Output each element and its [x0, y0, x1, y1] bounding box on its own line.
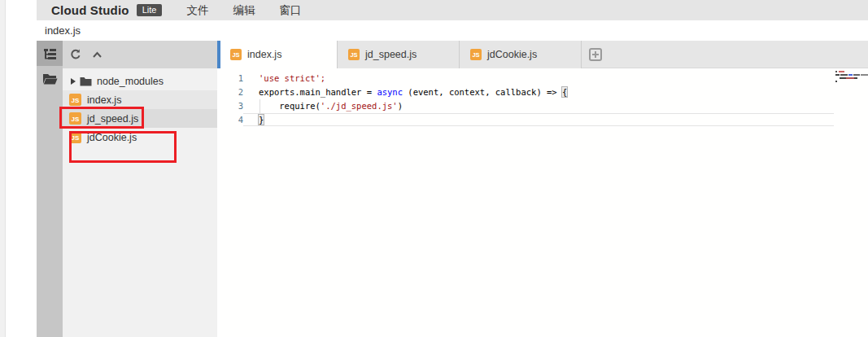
tree-item-label: index.js — [87, 94, 121, 106]
breadcrumb: index.js — [37, 20, 868, 41]
code-token: (event, context, callback) => — [403, 87, 562, 97]
code-token: async — [377, 87, 403, 97]
minimap[interactable] — [835, 68, 868, 337]
line-number: 3 — [220, 99, 243, 113]
code-line-2: 2 exports.main_handler = async (event, c… — [220, 85, 868, 99]
collapse-all-icon[interactable] — [92, 50, 103, 59]
file-explorer: node_modules JS index.js JS jd_speed.js … — [63, 41, 217, 337]
menubar: Cloud Studio Lite 文件 编辑 窗口 — [37, 0, 868, 20]
menu-window[interactable]: 窗口 — [279, 3, 301, 18]
panel-divider-highlight[interactable] — [217, 41, 220, 68]
explorer-view-button[interactable] — [37, 41, 63, 66]
code-editor[interactable]: 1 'use strict'; 2 exports.main_handler =… — [220, 68, 868, 337]
tab-bar: JS index.js JS jd_speed.js JS jdCookie.j… — [220, 41, 868, 68]
app-logo: Cloud Studio — [51, 3, 129, 17]
tab-jd-speed-js[interactable]: JS jd_speed.js — [338, 41, 460, 68]
js-file-icon: JS — [69, 94, 81, 106]
minimap-line — [835, 81, 868, 82]
editor-group: JS index.js JS jd_speed.js JS jdCookie.j… — [220, 41, 868, 337]
app-frame: Cloud Studio Lite 文件 编辑 窗口 index.js — [37, 0, 868, 337]
line-number: 4 — [220, 113, 243, 127]
code-line-3: 3 require('./jd_speed.js') — [220, 99, 868, 113]
code-lines: 1 'use strict'; 2 exports.main_handler =… — [220, 68, 868, 127]
js-file-icon: JS — [348, 49, 360, 60]
annotation-box-jd-speed — [59, 107, 144, 129]
tab-label: jdCookie.js — [487, 49, 537, 60]
line-number: 1 — [220, 72, 243, 85]
minimap-line — [835, 71, 868, 72]
activity-bar — [37, 41, 63, 337]
folder-icon — [80, 77, 92, 86]
chevron-right-icon[interactable] — [71, 78, 76, 85]
new-tab-button[interactable] — [589, 48, 602, 61]
tab-label: index.js — [247, 49, 281, 60]
code-token-bracket-match: } — [259, 115, 264, 125]
js-file-icon: JS — [470, 49, 482, 60]
code-line-1: 1 'use strict'; — [220, 72, 868, 85]
code-token: './jd_speed.js' — [321, 101, 398, 111]
code-line-4: 4 } — [220, 113, 868, 127]
code-token: 'use strict'; — [259, 73, 325, 83]
open-folder-button[interactable] — [37, 66, 63, 91]
code-token: ) — [398, 101, 403, 111]
lite-badge: Lite — [137, 4, 163, 16]
tab-label: jd_speed.js — [365, 49, 417, 60]
breadcrumb-filename: index.js — [45, 24, 81, 37]
line-number: 2 — [220, 85, 243, 99]
workbench: node_modules JS index.js JS jd_speed.js … — [37, 41, 868, 337]
cloud-studio-window: Cloud Studio Lite 文件 编辑 窗口 index.js — [0, 0, 868, 337]
browser-edge-strip — [0, 0, 6, 337]
tree-item-label: node_modules — [97, 76, 164, 87]
annotation-box-jdcookie — [69, 131, 177, 163]
minimap-line — [835, 77, 868, 79]
menu-file[interactable]: 文件 — [186, 3, 208, 18]
menu-edit[interactable]: 编辑 — [233, 3, 255, 18]
code-token-bracket-match: { — [562, 87, 567, 97]
open-folder-icon — [42, 73, 58, 85]
refresh-icon[interactable] — [70, 49, 81, 60]
tab-index-js[interactable]: JS index.js — [220, 41, 338, 68]
tab-jdcookie-js[interactable]: JS jdCookie.js — [460, 41, 582, 68]
explorer-toolbar — [63, 41, 217, 68]
minimap-line — [835, 74, 868, 76]
tree-item-node-modules[interactable]: node_modules — [63, 72, 217, 90]
list-tree-icon — [43, 47, 57, 60]
code-token: require( — [259, 101, 321, 111]
js-file-icon: JS — [230, 49, 242, 60]
code-token: exports.main_handler = — [259, 87, 377, 97]
